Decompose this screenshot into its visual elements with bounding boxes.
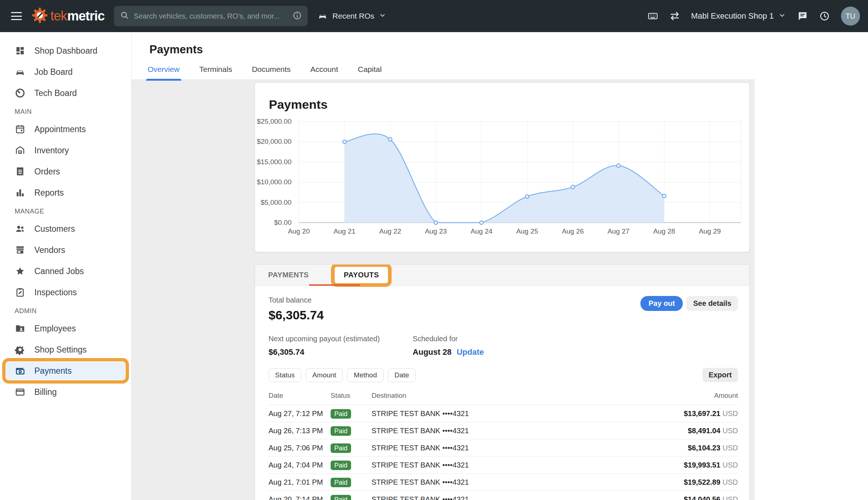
svg-text:$15,000.00: $15,000.00	[257, 158, 292, 166]
gauge-icon	[15, 88, 26, 99]
topbar: tekmetric Recent ROs	[0, 0, 868, 32]
shop-name: Mabl Execution Shop 1	[691, 11, 774, 21]
sidebar-item-label: Inventory	[34, 146, 69, 155]
recent-ros-dropdown[interactable]: Recent ROs	[317, 10, 387, 23]
sidebar-item-customers[interactable]: Customers	[6, 220, 125, 238]
status-badge: Paid	[331, 409, 351, 419]
sidebar-item-inventory[interactable]: Inventory	[6, 141, 125, 159]
sidebar-item-inspections[interactable]: Inspections	[6, 283, 125, 301]
payout-amount: $8,491.04	[688, 427, 720, 435]
folder-person-icon	[15, 323, 26, 334]
col-date: Date	[269, 392, 331, 400]
status-badge: Paid	[331, 478, 351, 487]
payouts-tab-indicator	[309, 284, 360, 286]
svg-text:Aug 28: Aug 28	[653, 227, 675, 235]
svg-text:Aug 24: Aug 24	[471, 227, 493, 235]
sidebar-item-appointments[interactable]: Appointments	[6, 120, 125, 138]
sidebar-item-payments[interactable]: Payments	[6, 362, 125, 380]
sidebar-item-label: Orders	[34, 167, 60, 177]
avatar-initials: TU	[846, 12, 856, 20]
svg-text:Aug 25: Aug 25	[516, 227, 538, 235]
sidebar-item-orders[interactable]: Orders	[6, 162, 125, 181]
global-search[interactable]	[114, 6, 308, 26]
filter-date[interactable]: Date	[388, 368, 416, 382]
filter-amount[interactable]: Amount	[306, 368, 343, 382]
payout-date: Aug 25, 7:06 PM	[269, 444, 331, 452]
tab-overview[interactable]: Overview	[146, 65, 181, 80]
col-status: Status	[331, 392, 372, 400]
sidebar-item-billing[interactable]: Billing	[6, 383, 125, 401]
col-destination: Destination	[372, 392, 643, 400]
filter-status[interactable]: Status	[269, 368, 301, 382]
payout-currency: USD	[723, 495, 738, 500]
payments-chart-card: Payments $0.00$5,000.00$10,000.00$15,000…	[255, 82, 750, 252]
svg-text:$10,000.00: $10,000.00	[257, 178, 292, 186]
chevron-down-icon	[378, 11, 387, 21]
sidebar: Shop Dashboard Job Board Tech Board MAIN	[0, 32, 132, 500]
tab-payouts[interactable]: PAYOUTS	[335, 267, 388, 283]
store-icon	[15, 245, 26, 255]
info-icon[interactable]	[293, 11, 302, 22]
receipt-icon	[15, 166, 26, 177]
status-badge: Paid	[331, 426, 351, 436]
update-link[interactable]: Update	[457, 347, 484, 357]
sidebar-item-label: Canned Jobs	[34, 266, 84, 276]
sidebar-section-manage: MANAGE	[15, 208, 131, 215]
payout-currency: USD	[723, 444, 738, 452]
user-avatar[interactable]: TU	[841, 7, 860, 26]
status-badge: Paid	[331, 443, 351, 453]
payout-destination: STRIPE TEST BANK ••••4321	[372, 427, 643, 435]
menu-button[interactable]	[11, 12, 22, 20]
tab-terminals[interactable]: Terminals	[198, 65, 234, 80]
sidebar-item-canned-jobs[interactable]: Canned Jobs	[6, 262, 125, 280]
page-title: Payments	[132, 43, 755, 56]
payout-row[interactable]: Aug 24, 7:04 PM Paid STRIPE TEST BANK ••…	[269, 456, 738, 473]
tab-account[interactable]: Account	[309, 65, 340, 80]
history-clock-icon[interactable]	[819, 11, 830, 22]
keyboard-shortcuts-button[interactable]	[647, 11, 658, 22]
tab-payments[interactable]: PAYMENTS	[268, 271, 309, 279]
see-details-button[interactable]: See details	[686, 296, 738, 311]
sidebar-item-label: Shop Settings	[34, 345, 87, 355]
status-badge: Paid	[331, 461, 351, 470]
tekmetric-logo[interactable]: tekmetric	[31, 7, 104, 25]
svg-text:$5,000.00: $5,000.00	[260, 199, 292, 206]
sidebar-item-label: Employees	[34, 324, 76, 334]
total-balance-value: $6,305.74	[269, 308, 324, 322]
logo-text-tek: tek	[50, 8, 67, 24]
payout-row[interactable]: Aug 27, 7:12 PM Paid STRIPE TEST BANK ••…	[269, 405, 738, 422]
sidebar-item-reports[interactable]: Reports	[6, 184, 125, 202]
svg-text:Aug 29: Aug 29	[699, 227, 721, 235]
star-icon	[15, 266, 26, 277]
payout-row[interactable]: Aug 21, 7:01 PM Paid STRIPE TEST BANK ••…	[269, 473, 738, 491]
right-gutter	[755, 32, 868, 500]
switch-shop-icon[interactable]	[669, 11, 680, 22]
svg-text:Aug 23: Aug 23	[425, 227, 447, 235]
sidebar-item-tech-board[interactable]: Tech Board	[6, 84, 125, 102]
sidebar-item-vendors[interactable]: Vendors	[6, 241, 125, 259]
messages-icon[interactable]	[797, 11, 808, 22]
search-icon	[120, 11, 129, 22]
sidebar-item-employees[interactable]: Employees	[6, 319, 125, 338]
content-area: Payments $0.00$5,000.00$10,000.00$15,000…	[132, 80, 755, 500]
payout-row[interactable]: Aug 26, 7:13 PM Paid STRIPE TEST BANK ••…	[269, 422, 738, 439]
export-button[interactable]: Export	[703, 368, 738, 382]
sidebar-item-label: Job Board	[34, 67, 73, 77]
payout-currency: USD	[723, 478, 738, 486]
sidebar-item-job-board[interactable]: Job Board	[6, 63, 125, 81]
payouts-card: PAYMENTS PAYOUTS Total balance $6,305.74	[255, 264, 750, 500]
payout-destination: STRIPE TEST BANK ••••4321	[372, 461, 643, 469]
tab-capital[interactable]: Capital	[357, 65, 383, 80]
shop-selector[interactable]: Mabl Execution Shop 1	[691, 11, 786, 21]
sidebar-item-shop-settings[interactable]: Shop Settings	[6, 341, 125, 359]
filter-bar: Status Amount Method Date Export	[269, 368, 738, 382]
sidebar-item-label: Customers	[34, 224, 75, 234]
tab-documents[interactable]: Documents	[250, 65, 292, 80]
sidebar-item-shop-dashboard[interactable]: Shop Dashboard	[6, 42, 125, 60]
svg-text:$20,000.00: $20,000.00	[257, 138, 292, 145]
search-input[interactable]	[134, 12, 288, 20]
filter-method[interactable]: Method	[347, 368, 383, 382]
payout-row[interactable]: Aug 25, 7:06 PM Paid STRIPE TEST BANK ••…	[269, 439, 738, 456]
payout-row[interactable]: Aug 20, 7:14 PM Paid STRIPE TEST BANK ••…	[269, 491, 738, 500]
pay-out-button[interactable]: Pay out	[640, 296, 683, 311]
